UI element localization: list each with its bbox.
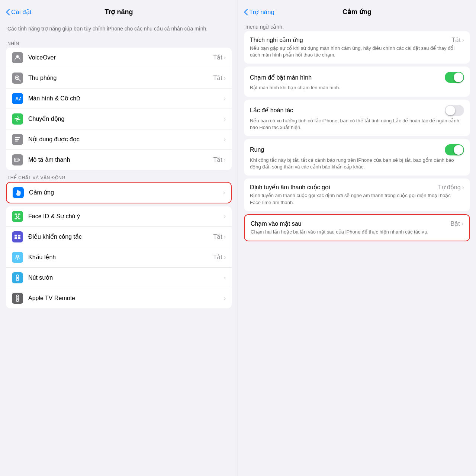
- item-value: Tự động: [438, 184, 461, 191]
- voiceover-icon: [12, 52, 23, 63]
- list-item[interactable]: Apple TV Remote ›: [6, 288, 232, 308]
- svg-rect-8: [15, 139, 19, 140]
- list-item[interactable]: VoiceOver Tắt ›: [6, 48, 232, 68]
- physical-group: Face ID & Sự chú ý › Điều khiển công tắc…: [6, 206, 232, 308]
- display-icon: AA: [12, 93, 23, 104]
- svg-text:AA: AA: [15, 96, 21, 102]
- lac-hoan-tac-toggle[interactable]: [445, 105, 464, 116]
- item-desc: Chạm hai lần hoặc ba lần vào mặt sau của…: [251, 229, 463, 235]
- list-item[interactable]: Nút sườn ›: [6, 268, 232, 288]
- right-title: Cảm ứng: [342, 8, 372, 16]
- list-item[interactable]: Face ID & Sự chú ý ›: [6, 206, 232, 227]
- item-desc: Bật màn hình khi bạn chạm lên màn hình.: [250, 84, 464, 91]
- list-item[interactable]: Điều khiển công tắc Tắt ›: [6, 227, 232, 247]
- left-title: Trợ năng: [104, 8, 133, 16]
- tv-remote-icon: [12, 293, 23, 304]
- list-item[interactable]: Khẩu lệnh Tắt ›: [6, 247, 232, 268]
- item-label: Cảm ứng: [29, 189, 54, 196]
- lac-hoan-tac-group: Lắc để hoàn tác Nếu bạn có xu hướng tình…: [244, 100, 470, 136]
- toggle-thumb: [446, 106, 455, 115]
- item-label: Thu phóng: [28, 75, 57, 81]
- chevron-icon: ›: [462, 184, 464, 191]
- list-item[interactable]: Thu phóng Tắt ›: [6, 68, 232, 89]
- item-label: VoiceOver: [28, 54, 56, 61]
- motion-icon: [12, 113, 23, 125]
- svg-point-28: [17, 298, 18, 300]
- spoken-icon: [12, 134, 23, 145]
- svg-point-12: [17, 159, 18, 160]
- svg-rect-14: [18, 214, 20, 215]
- cham-bat-item: Chạm để bật màn hình Bật màn hình khi bạ…: [244, 67, 470, 96]
- rung-toggle[interactable]: [445, 144, 464, 155]
- item-label: Nút sườn: [28, 274, 53, 281]
- svg-rect-13: [15, 214, 17, 215]
- item-label: Lắc để hoàn tác: [250, 107, 293, 114]
- cam-ung-group: Cảm ứng ›: [6, 182, 232, 203]
- svg-rect-21: [15, 237, 17, 239]
- back-to-settings[interactable]: Cài đặt: [6, 8, 31, 16]
- chevron-icon: ›: [224, 116, 226, 122]
- item-desc: Khi công tắc này bị tắt, tất cả cảnh báo…: [250, 157, 464, 170]
- back-to-tro-nang[interactable]: Trợ năng: [244, 8, 274, 16]
- cham-mat-sau-item[interactable]: Chạm vào mặt sau Bật › Chạm hai lần hoặc…: [245, 215, 469, 241]
- chevron-icon: ›: [224, 136, 226, 143]
- item-value: Tắt: [213, 254, 222, 261]
- item-label: Điều khiển công tắc: [28, 233, 82, 240]
- chevron-icon: ›: [224, 254, 226, 261]
- dinh-tuyen-item[interactable]: Định tuyến âm thanh cuộc gọi Tự động › Đ…: [244, 178, 470, 211]
- lac-hoan-tac-item: Lắc để hoàn tác Nếu bạn có xu hướng tình…: [244, 100, 470, 136]
- svg-rect-15: [15, 218, 17, 219]
- item-label: Mô tả âm thanh: [28, 156, 70, 163]
- left-description: Các tính năng trợ năng giúp bạn tùy chỉn…: [0, 21, 238, 39]
- item-value: Bật: [451, 220, 460, 227]
- right-header: Trợ năng Cảm ứng: [238, 0, 476, 21]
- chevron-icon: ›: [223, 189, 225, 196]
- item-value: Tắt: [213, 156, 222, 163]
- thich-nghi-item[interactable]: Thích nghi cảm ứng Tắt › Nếu bạn gặp sự …: [244, 31, 470, 64]
- left-panel: Cài đặt Trợ năng Các tính năng trợ năng …: [0, 0, 238, 476]
- list-item[interactable]: Mô tả âm thanh Tắt ›: [6, 150, 232, 170]
- svg-rect-16: [18, 218, 20, 219]
- svg-rect-22: [18, 237, 20, 239]
- faceid-icon: [12, 211, 23, 222]
- section-nhin: NHÌN: [0, 39, 238, 48]
- chevron-icon: ›: [224, 295, 226, 302]
- chevron-icon: ›: [462, 37, 464, 44]
- item-label: Thích nghi cảm ứng: [250, 36, 303, 44]
- item-label: Nội dung được đọc: [28, 136, 80, 143]
- chevron-icon: ›: [224, 213, 226, 220]
- item-label: Rung: [250, 147, 264, 153]
- chevron-icon: ›: [224, 234, 226, 240]
- chevron-icon: ›: [224, 157, 226, 163]
- cham-bat-group: Chạm để bật màn hình Bật màn hình khi bạ…: [244, 67, 470, 96]
- item-label: Khẩu lệnh: [28, 254, 56, 261]
- item-label: Chạm vào mặt sau: [251, 220, 301, 227]
- item-desc: Nếu bạn có xu hướng tình cờ lắc iPhone, …: [250, 118, 464, 131]
- item-label: Định tuyến âm thanh cuộc gọi: [250, 184, 330, 191]
- item-label: Face ID & Sự chú ý: [28, 213, 80, 220]
- touch-icon: [13, 187, 24, 198]
- item-label: Chạm để bật màn hình: [250, 74, 312, 81]
- switch-ctrl-icon: [12, 231, 23, 242]
- audio-desc-icon: [12, 154, 23, 165]
- rung-group: Rung Khi công tắc này bị tắt, tất cả cản…: [244, 139, 470, 176]
- toggle-thumb: [454, 145, 463, 155]
- list-item[interactable]: AA Màn hình & Cỡ chữ ›: [6, 89, 232, 109]
- svg-line-2: [19, 79, 20, 81]
- svg-rect-19: [15, 235, 17, 237]
- list-item[interactable]: Chuyển động ›: [6, 109, 232, 129]
- section-physical: THỂ CHẤT VÀ VẬN ĐỘNG: [0, 173, 238, 182]
- svg-rect-20: [18, 235, 20, 237]
- item-value: Tắt: [213, 74, 222, 81]
- svg-rect-7: [15, 137, 20, 138]
- item-value: Tắt: [213, 54, 222, 61]
- cham-bat-toggle[interactable]: [445, 72, 464, 83]
- side-button-icon: [12, 272, 23, 283]
- svg-rect-9: [15, 141, 18, 142]
- cam-ung-item[interactable]: Cảm ứng ›: [7, 183, 231, 203]
- truncated-text: menu ngữ cảnh.: [238, 21, 476, 31]
- list-item[interactable]: Nội dung được đọc ›: [6, 129, 232, 150]
- chevron-icon: ›: [461, 220, 463, 227]
- cham-mat-sau-group: Chạm vào mặt sau Bật › Chạm hai lần hoặc…: [244, 214, 470, 241]
- item-value: Tắt: [451, 36, 460, 44]
